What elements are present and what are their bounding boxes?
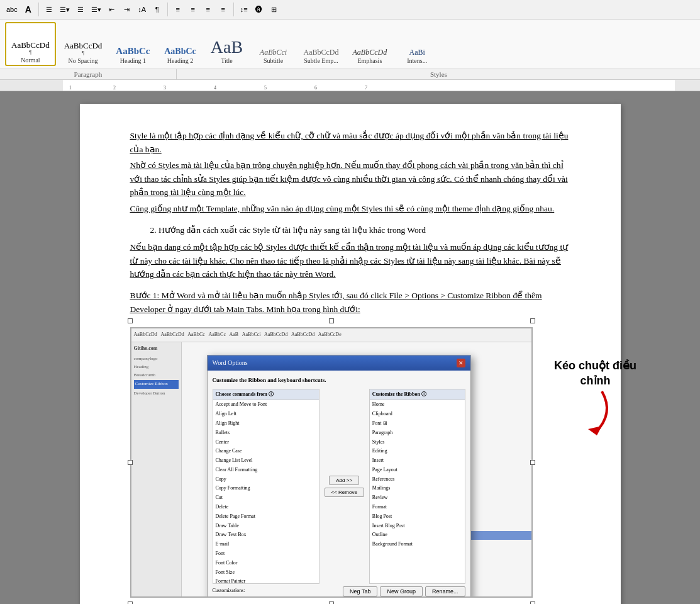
dialog-left-item[interactable]: Clear All Formatting — [213, 466, 319, 475]
inner-ribbon-styles: AaBbCcDd AaBbCcDd AaBbCc AaBbCc AaB AaBb… — [134, 331, 342, 339]
dialog-right-item[interactable]: Page Layout — [370, 466, 465, 475]
dialog-right-item[interactable]: Outline — [370, 530, 465, 540]
handle-tc[interactable] — [329, 318, 334, 323]
dialog-left-item[interactable]: Font — [213, 549, 319, 559]
dialog-left-item[interactable]: Format Painter — [213, 577, 319, 583]
dialog-left-item[interactable]: Align Left — [213, 410, 319, 419]
handle-bl[interactable] — [128, 601, 133, 604]
justify-button[interactable]: ≡ — [216, 3, 230, 16]
dialog-left-item[interactable]: Draw Text Box — [213, 530, 319, 540]
handle-ml[interactable] — [128, 460, 133, 465]
neg-tab-button[interactable]: Neg Tab — [343, 586, 377, 596]
dialog-body: Customize the Ribbon and keyboard shortc… — [208, 371, 470, 598]
paragraph-label: Paragraph — [0, 69, 177, 79]
remove-button[interactable]: << Remove — [325, 488, 364, 497]
dialog-right-panel: Customize the Ribbon ⓘ HomeClipboardFont… — [369, 389, 465, 584]
dialog-left-item[interactable]: Accept and Move to Font — [213, 400, 319, 410]
dialog-subtitle: Customize the Ribbon and keyboard shortc… — [213, 376, 465, 384]
dialog-right-item[interactable]: References — [370, 475, 465, 484]
dialog-left-item[interactable]: Copy — [213, 475, 319, 484]
document-page: Style là một tập hợp các định dạng về ki… — [80, 104, 621, 604]
sidebar-item1: companylogo — [134, 355, 179, 362]
dialog-left-item[interactable]: Font Color — [213, 559, 319, 568]
dialog-left-item[interactable]: Draw Table — [213, 522, 319, 531]
style-item-emphasis[interactable]: AaBbCcDdEmphasis — [347, 22, 393, 66]
align-left-button[interactable]: ≡ — [171, 3, 185, 16]
style-item-no-spacing[interactable]: AaBbCcDd¶No Spacing — [58, 22, 108, 66]
dialog-right-item[interactable]: Clipboard — [370, 410, 465, 419]
pilcrow-button[interactable]: ¶ — [150, 3, 164, 16]
dialog-right-item[interactable]: Home — [370, 400, 465, 410]
dialog-right-item[interactable]: Editing — [370, 447, 465, 456]
svg-marker-0 — [588, 426, 602, 435]
dialog-left-item[interactable]: Bullets — [213, 428, 319, 438]
dialog-left-item[interactable]: Align Right — [213, 419, 319, 428]
style-item-subtitle[interactable]: AaBbCciSubtitle — [252, 22, 296, 66]
style-item-normal[interactable]: AaBbCcDd¶Normal — [5, 22, 56, 66]
heading2: 2. Hướng dẫn cách xuất các Style từ tài … — [130, 223, 570, 237]
dialog-right-item[interactable]: Paragraph — [370, 428, 465, 438]
dialog-left-item[interactable]: Cut — [213, 493, 319, 503]
toolbar: abc A ☰ ☰▾ ☰ ☰▾ ⇤ ⇥ ↕A ¶ ≡ ≡ ≡ ≡ ↕≡ 🅐 ⊞ — [0, 0, 700, 20]
handle-tl[interactable] — [128, 318, 133, 323]
style-item-heading2[interactable]: AaBbCcHeading 2 — [158, 22, 203, 66]
style-item-title[interactable]: AaBTitle — [205, 22, 249, 66]
dialog-right-item[interactable]: Format — [370, 503, 465, 512]
para1: Style là một tập hợp các định dạng về ki… — [130, 129, 570, 156]
style-item-heading1[interactable]: AaBbCcHeading 1 — [110, 22, 155, 66]
dialog-left-item[interactable]: Font Size — [213, 568, 319, 578]
dialog-left-header: Choose commands from ⓘ — [213, 389, 319, 401]
dialog-right-item[interactable]: Background Format — [370, 540, 465, 549]
handle-bc[interactable] — [329, 601, 334, 604]
handle-br[interactable] — [530, 601, 535, 604]
section-labels: Paragraph Styles — [0, 69, 700, 80]
numbering-dropdown[interactable]: ☰▾ — [89, 3, 104, 16]
outdent-button[interactable]: ⇥ — [120, 3, 134, 16]
dialog-title: Word Options — [213, 358, 248, 368]
dialog-left-item[interactable]: Delete Page Format — [213, 512, 319, 522]
toolbar-row1: abc A ☰ ☰▾ ☰ ☰▾ ⇤ ⇥ ↕A ¶ ≡ ≡ ≡ ≡ ↕≡ 🅐 ⊞ — [4, 3, 696, 16]
sep3 — [233, 3, 234, 16]
bullets-button[interactable]: ☰ — [42, 3, 56, 16]
dialog-left-item[interactable]: Change List Level — [213, 456, 319, 466]
dialog-left-item[interactable]: Center — [213, 438, 319, 447]
embedded-screenshot: AaBbCcDd AaBbCcDd AaBbCc AaBbCc AaB AaBb… — [130, 327, 533, 598]
font-A-button[interactable]: A — [21, 3, 35, 16]
sidebar-title: Gitiho.com — [134, 345, 179, 353]
dialog-right-item[interactable]: Insert Blog Post — [370, 522, 465, 531]
dialog-left-item[interactable]: Delete — [213, 503, 319, 512]
dialog-right-item[interactable]: Font ⊞ — [370, 419, 465, 428]
new-group-button[interactable]: New Group — [380, 586, 423, 596]
dialog-right-item[interactable]: Review — [370, 493, 465, 503]
dialog-left-item[interactable]: Copy Formatting — [213, 484, 319, 493]
border-button[interactable]: ⊞ — [267, 3, 281, 16]
shading-button[interactable]: 🅐 — [252, 3, 266, 16]
dialog-right-item[interactable]: Mailings — [370, 484, 465, 493]
align-center-button[interactable]: ≡ — [186, 3, 200, 16]
dialog-left-item[interactable]: Change Case — [213, 447, 319, 456]
line-spacing-button[interactable]: ↕≡ — [237, 3, 251, 16]
handle-mr[interactable] — [530, 460, 535, 465]
sep2 — [167, 3, 168, 16]
style-item-intense[interactable]: AaBiIntens... — [395, 22, 439, 66]
add-button[interactable]: Add >> — [329, 476, 359, 485]
dialog-titlebar: Word Options ✕ — [208, 355, 470, 371]
ruler-inner: 1 2 3 4 5 6 7 — [63, 80, 675, 91]
dialog-left-list: Accept and Move to FontAlign LeftAlign R… — [213, 400, 319, 583]
style-item-subtle-emp[interactable]: AaBbCcDdSubtle Emp... — [298, 22, 345, 66]
numbering-button[interactable]: ☰ — [74, 3, 87, 16]
indent-button[interactable]: ⇤ — [105, 3, 119, 16]
annotation-arrow — [545, 388, 621, 439]
dialog-right-item[interactable]: Blog Post — [370, 512, 465, 522]
align-right-button[interactable]: ≡ — [201, 3, 215, 16]
inner-body: Gitiho.com companylogo Heading Breadcrum… — [131, 342, 531, 596]
rename-button[interactable]: Rename... — [425, 586, 465, 596]
handle-tr[interactable] — [530, 318, 535, 323]
sort-button[interactable]: ↕A — [135, 3, 149, 16]
dialog-close-button[interactable]: ✕ — [457, 359, 465, 367]
dialog-left-item[interactable]: E-mail — [213, 540, 319, 549]
dialog-right-item[interactable]: Insert — [370, 456, 465, 466]
bullets-dropdown[interactable]: ☰▾ — [57, 3, 72, 16]
dialog-right-item[interactable]: Styles — [370, 438, 465, 447]
font-abc-button[interactable]: abc — [4, 3, 20, 16]
